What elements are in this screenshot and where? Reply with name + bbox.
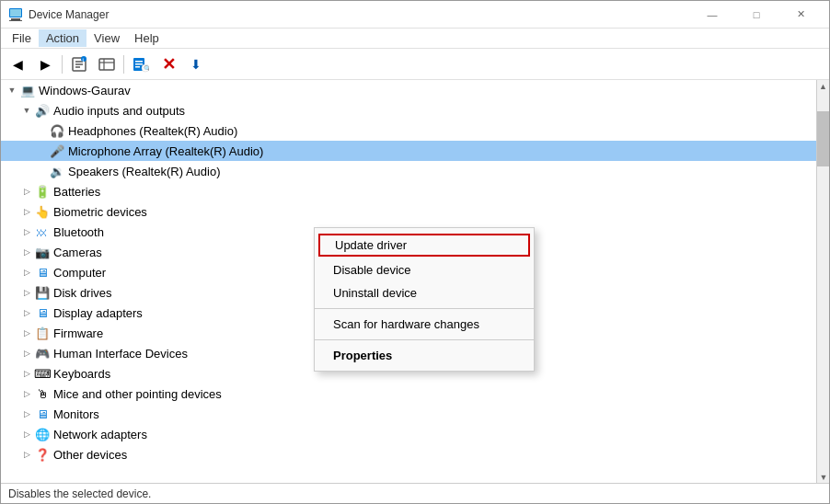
- network-label: Network adapters: [53, 428, 147, 441]
- ctx-uninstall-device[interactable]: Uninstall device: [315, 281, 534, 304]
- mic-label: Microphone Array (Realtek(R) Audio): [68, 144, 263, 158]
- svg-rect-1: [11, 18, 20, 20]
- download-button[interactable]: ⬇: [183, 52, 209, 76]
- expand-other[interactable]: ▷: [19, 447, 34, 462]
- tree-item-monitors[interactable]: ▷ 🖥 Monitors: [1, 404, 816, 424]
- mice-label: Mice and other pointing devices: [53, 387, 222, 401]
- batteries-label: Batteries: [53, 185, 100, 199]
- svg-rect-10: [99, 59, 114, 70]
- display-label: Display adapters: [53, 306, 143, 320]
- scrollbar[interactable]: ▲ ▼: [816, 80, 829, 483]
- expand-root[interactable]: ▼: [5, 83, 19, 97]
- status-text: Disables the selected device.: [8, 487, 151, 500]
- monitors-label: Monitors: [53, 407, 99, 421]
- close-button[interactable]: ✕: [779, 1, 822, 29]
- mic-icon: 🎤: [49, 143, 65, 159]
- network-icon: 🌐: [34, 426, 51, 442]
- svg-text:🔍: 🔍: [144, 63, 150, 72]
- menu-action[interactable]: Action: [39, 29, 86, 47]
- device-tree[interactable]: ▼ 💻 Windows-Gaurav ▼ 🔊 Audio inputs and …: [1, 80, 816, 483]
- expand-disk[interactable]: ▷: [19, 285, 34, 300]
- expand-biometric[interactable]: ▷: [19, 204, 34, 219]
- maximize-button[interactable]: □: [735, 1, 778, 29]
- ctx-separator: [315, 308, 534, 309]
- tree-item-mic[interactable]: ▷ 🎤 Microphone Array (Realtek(R) Audio): [1, 141, 816, 161]
- tree-item-mice[interactable]: ▷ 🖱 Mice and other pointing devices: [1, 384, 816, 404]
- batteries-icon: 🔋: [34, 183, 51, 200]
- cameras-label: Cameras: [53, 246, 102, 259]
- status-bar: Disables the selected device.: [1, 483, 829, 503]
- minimize-button[interactable]: —: [691, 1, 733, 29]
- main-content: ▼ 💻 Windows-Gaurav ▼ 🔊 Audio inputs and …: [1, 80, 829, 483]
- tree-item-root[interactable]: ▼ 💻 Windows-Gaurav: [1, 80, 816, 100]
- expand-monitors[interactable]: ▷: [19, 407, 34, 421]
- speakers-label: Speakers (Realtek(R) Audio): [68, 165, 220, 178]
- disk-label: Disk drives: [53, 286, 112, 300]
- bluetooth-icon: ⯵: [34, 223, 51, 240]
- tree-item-network[interactable]: ▷ 🌐 Network adapters: [1, 424, 816, 444]
- menu-bar: File Action View Help: [1, 29, 829, 49]
- tree-item-other[interactable]: ▷ ❓ Other devices: [1, 444, 816, 464]
- expand-computer[interactable]: ▷: [19, 265, 34, 280]
- ctx-update-driver[interactable]: Update driver: [318, 234, 530, 257]
- root-label: Windows-Gaurav: [39, 84, 131, 97]
- camera-icon: 📷: [34, 244, 51, 260]
- window-icon: [8, 7, 23, 22]
- svg-rect-2: [9, 20, 22, 21]
- toolbar: ◀ ▶ i: [1, 49, 829, 80]
- tree-item-audio[interactable]: ▼ 🔊 Audio inputs and outputs: [1, 100, 816, 120]
- expand-bluetooth[interactable]: ▷: [19, 224, 34, 239]
- menu-view[interactable]: View: [86, 29, 127, 47]
- forward-button[interactable]: ▶: [32, 52, 58, 76]
- properties-toolbar-button[interactable]: i: [66, 52, 92, 76]
- disk-icon: 💾: [34, 284, 51, 301]
- firmware-label: Firmware: [53, 326, 103, 340]
- speakers-icon: 🔉: [49, 163, 65, 179]
- scrollbar-up[interactable]: ▲: [817, 80, 829, 93]
- expand-keyboards[interactable]: ▷: [19, 366, 34, 381]
- biometric-icon: 👆: [34, 203, 51, 220]
- tree-item-headphones[interactable]: ▷ 🎧 Headphones (Realtek(R) Audio): [1, 120, 816, 141]
- expand-mice[interactable]: ▷: [19, 386, 34, 401]
- expand-audio[interactable]: ▼: [19, 103, 34, 118]
- show-hidden-button[interactable]: [94, 52, 120, 76]
- context-menu: Update driver Disable device Uninstall d…: [314, 227, 535, 372]
- expand-network[interactable]: ▷: [19, 427, 34, 441]
- expand-display[interactable]: ▷: [19, 305, 34, 320]
- menu-help[interactable]: Help: [127, 29, 167, 47]
- remove-device-button[interactable]: ✕: [156, 52, 181, 76]
- expand-hid[interactable]: ▷: [19, 346, 34, 361]
- tree-item-speakers[interactable]: ▷ 🔉 Speakers (Realtek(R) Audio): [1, 161, 816, 181]
- ctx-disable-device[interactable]: Disable device: [315, 258, 534, 281]
- display-icon: 🖥: [34, 304, 51, 321]
- ctx-scan[interactable]: Scan for hardware changes: [315, 313, 534, 336]
- scrollbar-down[interactable]: ▼: [817, 471, 829, 483]
- expand-cameras[interactable]: ▷: [19, 245, 34, 259]
- bluetooth-label: Bluetooth: [53, 225, 104, 239]
- expand-firmware[interactable]: ▷: [19, 326, 34, 340]
- svg-rect-3: [10, 9, 21, 17]
- firmware-icon: 📋: [34, 325, 51, 341]
- scrollbar-thumb[interactable]: [817, 111, 829, 166]
- computer-label: Computer: [53, 266, 106, 280]
- title-bar: Device Manager — □ ✕: [1, 1, 829, 29]
- mouse-icon: 🖱: [34, 385, 51, 402]
- title-controls: — □ ✕: [691, 1, 822, 29]
- hid-label: Human Interface Devices: [53, 347, 188, 361]
- audio-label: Audio inputs and outputs: [53, 104, 185, 118]
- ctx-properties[interactable]: Properties: [315, 344, 534, 367]
- tree-item-batteries[interactable]: ▷ 🔋 Batteries: [1, 181, 816, 201]
- scan-changes-button[interactable]: 🔍: [128, 52, 154, 76]
- back-button[interactable]: ◀: [5, 52, 30, 76]
- biometric-label: Biometric devices: [53, 205, 147, 219]
- computer-icon: 💻: [19, 82, 36, 98]
- hid-icon: 🎮: [34, 345, 51, 361]
- svg-rect-16: [135, 66, 140, 68]
- keyboards-label: Keyboards: [53, 367, 110, 381]
- tree-item-biometric[interactable]: ▷ 👆 Biometric devices: [1, 201, 816, 222]
- menu-file[interactable]: File: [5, 29, 39, 47]
- ctx-separator-2: [315, 339, 534, 340]
- expand-batteries[interactable]: ▷: [19, 184, 34, 199]
- keyboard-icon: ⌨: [34, 365, 51, 382]
- svg-text:⯵: ⯵: [36, 226, 47, 238]
